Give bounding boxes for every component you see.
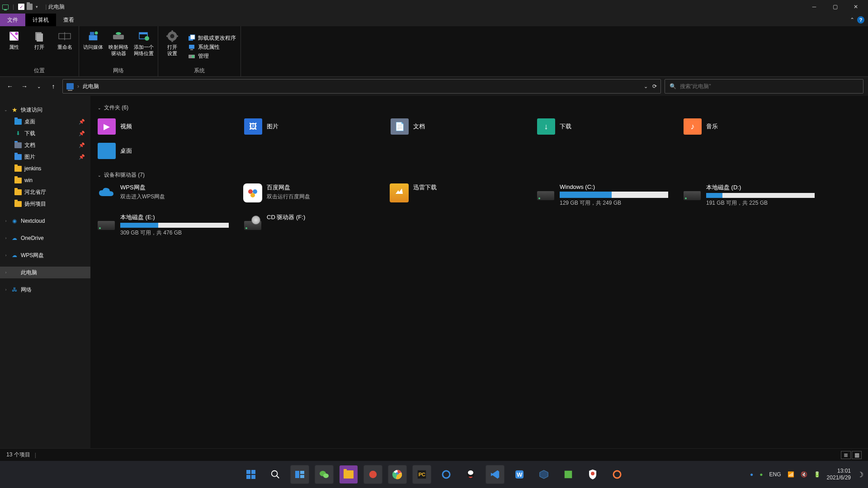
sidebar-desktop[interactable]: 桌面📌 xyxy=(0,116,90,127)
tray-notifications-icon[interactable]: ☽ xyxy=(857,470,863,479)
properties-label: 属性 xyxy=(9,44,19,51)
taskbar-app-red[interactable] xyxy=(364,465,382,483)
sidebar-wps[interactable]: ›☁WPS网盘 xyxy=(0,249,90,261)
taskbar-app-green[interactable] xyxy=(559,465,577,483)
folder-item[interactable]: 📄文档 xyxy=(389,115,533,138)
search-box[interactable]: 🔍 xyxy=(665,79,863,94)
folder-item[interactable]: ↓下载 xyxy=(535,115,680,138)
address-bar[interactable]: › 此电脑 ⌄ ⟳ xyxy=(62,79,661,94)
tray-app-icon[interactable]: ● xyxy=(750,471,753,478)
tray-language[interactable]: ENG xyxy=(769,471,781,478)
tab-file[interactable]: 文件 xyxy=(0,14,25,26)
app-icon xyxy=(243,183,262,202)
svg-point-45 xyxy=(443,471,450,478)
drive-item[interactable]: WPS网盘双击进入WPS网盘 xyxy=(96,183,241,208)
taskbar-start[interactable] xyxy=(242,465,260,483)
drive-item[interactable]: CD 驱动器 (F:) xyxy=(242,212,387,238)
sidebar-downloads[interactable]: ⬇下载📌 xyxy=(0,127,90,139)
ribbon-tabs: 文件 计算机 查看 ⌃ ? xyxy=(0,14,868,26)
tab-computer[interactable]: 计算机 xyxy=(25,14,56,26)
properties-button[interactable]: 属性 xyxy=(3,28,25,66)
svg-rect-12 xyxy=(139,33,147,34)
folder-item[interactable]: 桌面 xyxy=(96,140,241,162)
uninstall-button[interactable]: 卸载或更改程序 xyxy=(188,34,236,42)
close-button[interactable]: ✕ xyxy=(845,0,866,14)
up-button[interactable]: ↑ xyxy=(48,81,59,92)
manage-button[interactable]: 管理 xyxy=(188,52,236,60)
view-icons-button[interactable]: ▦ xyxy=(852,451,862,459)
access-media-button[interactable]: 访问媒体 xyxy=(82,28,104,66)
maximize-button[interactable]: ▢ xyxy=(825,0,845,14)
sidebar-hebei[interactable]: 河北省厅 xyxy=(0,186,90,198)
address-dropdown-icon[interactable]: ⌄ xyxy=(644,84,648,89)
taskbar-pycharm[interactable]: PC xyxy=(413,465,431,483)
wps-icon: ☁ xyxy=(11,252,18,259)
taskbar-shield[interactable] xyxy=(584,465,602,483)
drive-name: 本地磁盘 (E:) xyxy=(120,213,240,221)
sidebar-yangzhou[interactable]: 扬州项目 xyxy=(0,198,90,210)
sidebar-jenkins[interactable]: jenkins xyxy=(0,163,90,174)
history-dropdown[interactable]: ⌄ xyxy=(33,81,44,92)
taskbar-app-loop[interactable] xyxy=(437,465,455,483)
titlebar-caret-icon[interactable]: ▾ xyxy=(36,5,38,9)
taskbar-taskview[interactable] xyxy=(291,465,309,483)
hdd-icon xyxy=(536,183,555,202)
drive-item[interactable]: 迅雷下载 xyxy=(389,183,533,208)
nextcloud-icon: ◉ xyxy=(11,217,18,225)
drive-item[interactable]: 本地磁盘 (E:)309 GB 可用，共 476 GB xyxy=(96,212,241,238)
taskbar-vscode[interactable] xyxy=(486,465,504,483)
folder-item[interactable]: ▶视频 xyxy=(96,115,241,138)
ribbon-collapse-icon[interactable]: ⌃ xyxy=(850,17,854,23)
tray-battery-icon[interactable]: 🔋 xyxy=(814,471,821,478)
map-drive-button[interactable]: 映射网络 驱动器 xyxy=(107,28,130,66)
folder-icon xyxy=(14,177,22,184)
taskbar-search[interactable] xyxy=(266,465,284,483)
folder-type-icon: ▶ xyxy=(98,118,116,135)
drive-item[interactable]: 本地磁盘 (D:)191 GB 可用，共 225 GB xyxy=(682,183,826,208)
taskbar-wps-writer[interactable]: W xyxy=(510,465,528,483)
svg-point-33 xyxy=(272,471,278,477)
sidebar-onedrive[interactable]: ›☁OneDrive xyxy=(0,232,90,244)
taskbar-app-orange[interactable] xyxy=(608,465,626,483)
sidebar-documents[interactable]: 文档📌 xyxy=(0,139,90,151)
sidebar-nextcloud[interactable]: ›◉Nextcloud xyxy=(0,215,90,227)
drive-name: WPS网盘 xyxy=(120,183,240,192)
open-button[interactable]: 打开 xyxy=(28,28,51,66)
taskbar-explorer[interactable] xyxy=(340,465,358,483)
taskbar-wechat[interactable] xyxy=(315,465,333,483)
tray-clock[interactable]: 13:01 2021/6/29 xyxy=(827,468,851,481)
folder-item[interactable]: ♪音乐 xyxy=(682,115,826,138)
drive-item[interactable]: 百度网盘双击运行百度网盘 xyxy=(242,183,387,208)
folder-type-icon xyxy=(98,143,116,159)
refresh-button[interactable]: ⟳ xyxy=(652,83,657,89)
forward-button[interactable]: → xyxy=(19,81,30,92)
sidebar-network[interactable]: ›🖧网络 xyxy=(0,284,90,296)
taskbar-chrome[interactable] xyxy=(388,465,406,483)
sysprops-button[interactable]: 系统属性 xyxy=(188,43,236,51)
help-icon[interactable]: ? xyxy=(857,16,864,23)
section-header-drives[interactable]: ⌄设备和驱动器 (7) xyxy=(98,171,863,179)
section-header-folders[interactable]: ⌄文件夹 (6) xyxy=(98,104,863,112)
folder-item[interactable]: 🖼图片 xyxy=(242,115,387,138)
view-details-button[interactable]: ≣ xyxy=(841,451,851,459)
sidebar-win[interactable]: win xyxy=(0,174,90,186)
tab-view[interactable]: 查看 xyxy=(56,14,81,26)
tray-volume-icon[interactable]: 🔇 xyxy=(801,471,807,478)
minimize-button[interactable]: ─ xyxy=(804,0,825,14)
add-location-button[interactable]: 添加一个 网络位置 xyxy=(132,28,155,66)
open-settings-button[interactable]: 打开 设置 xyxy=(161,28,184,66)
sidebar-this-pc[interactable]: ›此电脑 xyxy=(0,267,90,278)
sidebar-pictures[interactable]: 图片📌 xyxy=(0,151,90,163)
svg-text:PC: PC xyxy=(419,472,425,477)
open-settings-label: 打开 设置 xyxy=(167,44,177,57)
sidebar-quick-access[interactable]: ⌄★快速访问 xyxy=(0,104,90,116)
taskbar-virtualbox[interactable] xyxy=(535,465,553,483)
rename-button[interactable]: 重命名 xyxy=(53,28,76,66)
search-input[interactable] xyxy=(680,83,859,89)
taskbar-qq[interactable] xyxy=(462,465,480,483)
drive-item[interactable]: Windows (C:)129 GB 可用，共 249 GB xyxy=(535,183,680,208)
breadcrumb-current[interactable]: 此电脑 xyxy=(83,83,99,90)
tray-wifi-icon[interactable]: 📶 xyxy=(788,471,794,478)
tray-wechat-icon[interactable]: ● xyxy=(760,471,763,478)
back-button[interactable]: ← xyxy=(5,81,15,92)
